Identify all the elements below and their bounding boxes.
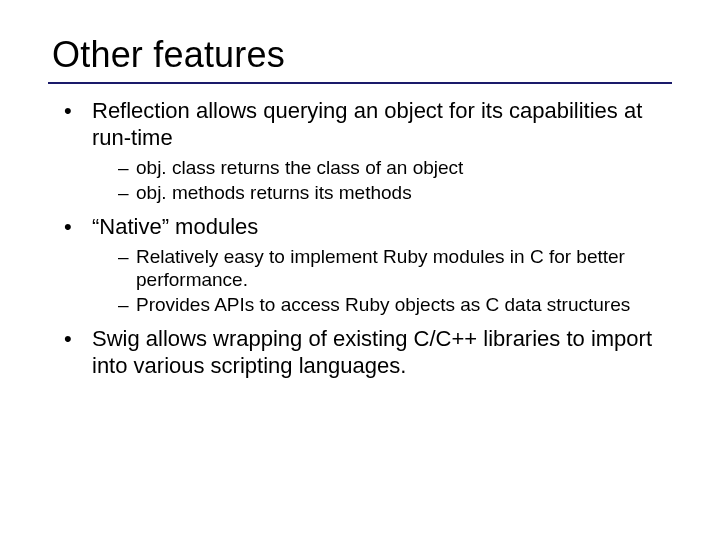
sub-native-easy: Relatively easy to implement Ruby module… xyxy=(118,245,672,291)
sub-text: returns the class of an object xyxy=(215,157,463,178)
sub-obj-methods: obj. methods returns its methods xyxy=(118,181,672,204)
bullet-list: Reflection allows querying an object for… xyxy=(48,98,672,380)
code-obj-methods: obj. methods xyxy=(136,182,245,203)
slide-title: Other features xyxy=(52,34,672,76)
sub-text: returns its methods xyxy=(245,182,412,203)
bullet-reflection: Reflection allows querying an object for… xyxy=(64,98,672,204)
sub-text: Relatively easy to implement Ruby module… xyxy=(136,246,625,290)
bullet-text: Swig allows wrapping of existing C/C++ l… xyxy=(92,326,652,378)
sub-native-apis: Provides APIs to access Ruby objects as … xyxy=(118,293,672,316)
bullet-text: Reflection allows querying an object for… xyxy=(92,98,642,150)
slide: Other features Reflection allows queryin… xyxy=(0,0,720,540)
sub-list: obj. class returns the class of an objec… xyxy=(92,156,672,204)
sub-obj-class: obj. class returns the class of an objec… xyxy=(118,156,672,179)
bullet-native-modules: “Native” modules Relatively easy to impl… xyxy=(64,214,672,316)
title-underline xyxy=(48,82,672,84)
bullet-text: “Native” modules xyxy=(92,214,258,239)
sub-text: Provides APIs to access Ruby objects as … xyxy=(136,294,630,315)
code-obj-class: obj. class xyxy=(136,157,215,178)
bullet-swig: Swig allows wrapping of existing C/C++ l… xyxy=(64,326,672,380)
sub-list: Relatively easy to implement Ruby module… xyxy=(92,245,672,317)
